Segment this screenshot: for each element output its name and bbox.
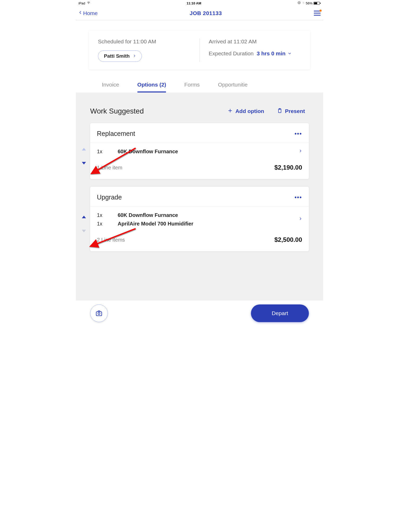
move-down-button[interactable] [82,162,86,164]
line-name: 60K Downflow Furnance [118,149,178,155]
technician-chip[interactable]: Patti Smith [98,50,142,62]
tab-forms[interactable]: Forms [184,82,200,92]
line-item: 1x AprilAire Model 700 Humidifier [97,221,302,227]
orientation-lock-icon [297,1,301,5]
move-up-button [82,148,86,150]
line-qty: 1x [97,221,107,227]
menu-button[interactable] [314,11,321,16]
clipboard-icon [277,108,282,115]
duration-select[interactable]: 3 hrs 0 min [257,50,292,57]
more-button[interactable]: ••• [295,130,302,137]
line-name: 60K Downflow Furnance [118,212,178,218]
technician-name: Patti Smith [104,53,130,59]
arrived-label: Arrived at 11:02 AM [209,38,301,45]
tab-opportunities[interactable]: Opportunitie [218,82,248,92]
bluetooth-icon [302,1,305,5]
move-up-button[interactable] [82,216,86,218]
duration-value: 3 hrs 0 min [257,50,285,57]
plus-icon [228,108,233,115]
status-time: 11:10 AM [187,1,201,5]
svg-point-0 [88,3,89,4]
back-label: Home [83,10,98,16]
page-title: JOB 201133 [190,10,222,16]
tab-options[interactable]: Options (2) [137,82,166,92]
chevron-left-icon [78,10,82,16]
svg-rect-2 [299,2,299,3]
footer-bar: Depart [76,299,323,330]
line-name: AprilAire Model 700 Humidifier [118,221,193,227]
expand-button[interactable] [299,149,302,154]
line-count: 1 Line item [97,165,122,171]
scheduled-label: Scheduled for 11:00 AM [98,38,190,45]
camera-icon [95,310,103,317]
line-qty: 1x [97,212,107,218]
line-qty: 1x [97,149,107,155]
move-down-button [82,230,86,232]
back-button[interactable]: Home [78,10,98,16]
chevron-down-icon [288,52,292,55]
status-bar: iPad 11:10 AM 56% [76,0,323,6]
option-card: Upgrade ••• 1x 60K Downflow Furnance 1x … [90,187,309,251]
depart-button[interactable]: Depart [251,304,309,322]
svg-point-6 [98,312,100,314]
battery-icon [314,2,321,5]
duration-label: Expected Duration [209,50,254,57]
present-button[interactable]: Present [277,108,305,115]
section-title: Work Suggested [90,107,144,115]
add-option-button[interactable]: Add option [228,108,264,115]
option-card: Replacement ••• 1x 60K Downflow Furnance… [90,123,309,179]
add-option-label: Add option [235,108,264,114]
nav-bar: Home JOB 201133 [76,6,323,20]
line-item: 1x 60K Downflow Furnance [97,149,302,155]
hamburger-icon [314,11,321,16]
present-label: Present [285,108,305,114]
option-total: $2,500.00 [274,236,302,243]
notification-dot-icon [320,10,322,12]
option-total: $2,190.00 [274,164,302,171]
device-label: iPad [78,1,85,5]
job-summary-card: Scheduled for 11:00 AM Patti Smith Arriv… [89,31,310,70]
line-item: 1x 60K Downflow Furnance [97,212,302,218]
more-button[interactable]: ••• [295,194,302,201]
tab-invoice[interactable]: Invoice [102,82,119,92]
chevron-right-icon [133,53,136,59]
tabs: Invoice Options (2) Forms Opportunitie [76,82,323,92]
option-title: Upgrade [97,194,122,201]
wifi-icon [87,1,90,5]
expand-button[interactable] [299,217,302,222]
battery-pct: 56% [306,1,312,5]
option-title: Replacement [97,130,135,137]
line-count: 2 Line items [97,237,125,243]
camera-button[interactable] [90,304,108,322]
